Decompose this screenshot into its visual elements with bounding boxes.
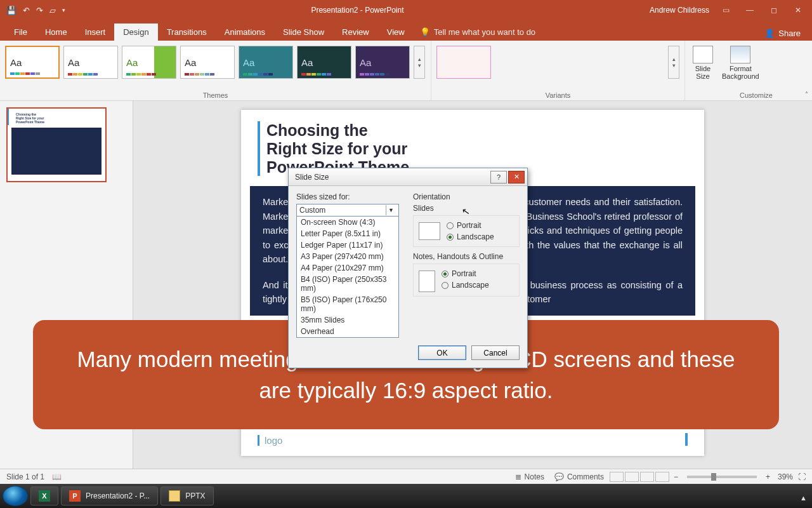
- slide-size-icon: [693, 46, 713, 64]
- theme-thumb-current[interactable]: Aa: [5, 46, 60, 79]
- close-icon[interactable]: ✕: [790, 6, 806, 15]
- collapse-ribbon-icon[interactable]: ˄: [805, 91, 808, 98]
- themes-group: Aa Aa Aa Aa Aa Aa Aa ▴▾ Themes: [0, 41, 431, 100]
- size-option[interactable]: A3 Paper (297x420 mm): [297, 251, 398, 262]
- chevron-down-icon: ▼: [386, 205, 396, 215]
- comments-button[interactable]: 💬 Comments: [549, 472, 609, 481]
- theme-thumb[interactable]: Aa: [355, 46, 410, 79]
- theme-thumb[interactable]: Aa: [63, 46, 118, 79]
- window-title: Presentation2 - PowerPoint: [65, 6, 650, 15]
- slide-thumbnail-1[interactable]: Choosing theRight Size for yourPowerPoin…: [6, 107, 107, 182]
- variants-gallery-more[interactable]: ▴▾: [668, 46, 679, 79]
- powerpoint-icon: P: [69, 490, 81, 502]
- size-option[interactable]: On-screen Show (4:3): [297, 217, 398, 228]
- minimize-icon[interactable]: —: [742, 6, 757, 15]
- tab-view[interactable]: View: [378, 23, 414, 41]
- title-bar: 💾 ↶ ↷ ▱ ▾ Presentation2 - PowerPoint And…: [0, 0, 812, 20]
- themes-gallery-more[interactable]: ▴▾: [414, 46, 425, 79]
- taskbar-folder[interactable]: PPTX: [160, 486, 213, 505]
- notes-button[interactable]: ≣ Notes: [510, 472, 549, 481]
- dialog-close-button[interactable]: ✕: [508, 171, 525, 184]
- tab-animations[interactable]: Animations: [216, 23, 274, 41]
- variant-thumb[interactable]: [436, 46, 491, 79]
- undo-icon[interactable]: ↶: [23, 6, 30, 15]
- slide-sorter-view-button[interactable]: [625, 472, 639, 482]
- taskbar-powerpoint[interactable]: PPresentation2 - P...: [61, 486, 158, 505]
- tab-slideshow[interactable]: Slide Show: [274, 23, 333, 41]
- size-option[interactable]: 35mm Slides: [297, 314, 398, 326]
- folder-icon: [169, 490, 180, 502]
- slide-logo: logo: [258, 435, 282, 446]
- spellcheck-icon[interactable]: 📖: [52, 472, 62, 481]
- taskbar-excel[interactable]: X: [30, 486, 58, 505]
- page-icon: [419, 271, 435, 292]
- ok-button[interactable]: OK: [418, 345, 466, 360]
- theme-thumb[interactable]: Aa: [180, 46, 235, 79]
- tab-transitions[interactable]: Transitions: [158, 23, 216, 41]
- save-icon[interactable]: 💾: [6, 6, 16, 15]
- start-button[interactable]: [3, 486, 28, 506]
- user-name[interactable]: Andrew Childress: [650, 6, 709, 15]
- page-icon: [419, 222, 440, 240]
- ribbon: Aa Aa Aa Aa Aa Aa Aa ▴▾ Themes ▴▾ Varian…: [0, 41, 812, 101]
- slide-title: Choosing the Right Size for your PowerPo…: [241, 110, 704, 176]
- normal-view-button[interactable]: [610, 472, 624, 482]
- start-slideshow-icon[interactable]: ▱: [49, 6, 56, 15]
- dialog-titlebar[interactable]: Slide Size ? ✕: [289, 168, 527, 186]
- slides-sized-for-label: Slides sized for:: [296, 192, 402, 201]
- size-option[interactable]: Ledger Paper (11x17 in): [297, 239, 398, 251]
- zoom-out-button[interactable]: −: [670, 472, 682, 481]
- ribbon-display-icon[interactable]: ▭: [718, 6, 733, 15]
- zoom-slider[interactable]: [687, 476, 757, 478]
- qat-more-icon[interactable]: ▾: [62, 7, 65, 13]
- tab-design[interactable]: Design: [114, 23, 157, 41]
- size-option[interactable]: B5 (ISO) Paper (176x250 mm): [297, 294, 398, 314]
- notes-portrait-radio[interactable]: Portrait: [442, 268, 489, 279]
- notes-orientation-label: Notes, Handouts & Outline: [413, 252, 520, 261]
- tab-review[interactable]: Review: [333, 23, 378, 41]
- size-option[interactable]: Overhead: [297, 326, 398, 337]
- theme-thumb[interactable]: Aa: [297, 46, 351, 79]
- format-background-icon: [730, 46, 750, 64]
- variants-group: ▴▾ Variants: [431, 41, 685, 100]
- zoom-in-button[interactable]: +: [762, 472, 774, 481]
- group-label-themes: Themes: [0, 91, 431, 99]
- file-tab[interactable]: File: [5, 23, 36, 41]
- excel-icon: X: [39, 490, 50, 502]
- slides-sized-for-combo[interactable]: Custom ▼: [296, 204, 399, 217]
- maximize-icon[interactable]: ◻: [766, 6, 782, 15]
- lightbulb-icon: 💡: [420, 27, 430, 37]
- tab-home[interactable]: Home: [36, 23, 76, 41]
- theme-thumb[interactable]: Aa: [122, 46, 176, 79]
- dialog-help-button[interactable]: ?: [490, 171, 507, 184]
- cancel-button[interactable]: Cancel: [471, 345, 520, 360]
- slide-counter[interactable]: Slide 1 of 1: [6, 472, 44, 481]
- redo-icon[interactable]: ↷: [36, 6, 43, 15]
- group-label-variants: Variants: [431, 91, 684, 99]
- slideshow-view-button[interactable]: [655, 472, 669, 482]
- slides-orientation-box: Portrait Landscape: [413, 215, 520, 247]
- size-option[interactable]: B4 (ISO) Paper (250x353 mm): [297, 274, 398, 294]
- slides-landscape-radio[interactable]: Landscape: [447, 231, 494, 243]
- orientation-label: Orientation: [413, 192, 520, 201]
- reading-view-button[interactable]: [640, 472, 654, 482]
- theme-thumb[interactable]: Aa: [239, 46, 293, 79]
- windows-taskbar: X PPresentation2 - P... PPTX ▲: [0, 484, 812, 508]
- slide-size-dialog: Slide Size ? ✕ Slides sized for: Custom …: [288, 168, 528, 368]
- show-hidden-icons[interactable]: ▲: [800, 494, 807, 502]
- dialog-title: Slide Size: [295, 173, 329, 182]
- status-bar: Slide 1 of 1 📖 ≣ Notes 💬 Comments − + 39…: [0, 469, 812, 484]
- customize-group: Slide Size Format Background Customize: [685, 41, 812, 100]
- size-option[interactable]: Letter Paper (8.5x11 in): [297, 228, 398, 239]
- size-option[interactable]: A4 Paper (210x297 mm): [297, 262, 398, 274]
- zoom-level[interactable]: 39%: [778, 472, 793, 481]
- fit-to-window-button[interactable]: ⛶: [798, 472, 806, 481]
- share-button[interactable]: 👤 Share: [758, 26, 807, 41]
- slides-portrait-radio[interactable]: Portrait: [447, 220, 494, 231]
- slide-accent: [685, 433, 688, 446]
- group-label-customize: Customize: [693, 91, 812, 99]
- tell-me-search[interactable]: 💡 Tell me what you want to do: [414, 23, 542, 41]
- notes-landscape-radio[interactable]: Landscape: [442, 279, 489, 291]
- tab-insert[interactable]: Insert: [76, 23, 115, 41]
- ribbon-tabs: File Home Insert Design Transitions Anim…: [0, 20, 812, 41]
